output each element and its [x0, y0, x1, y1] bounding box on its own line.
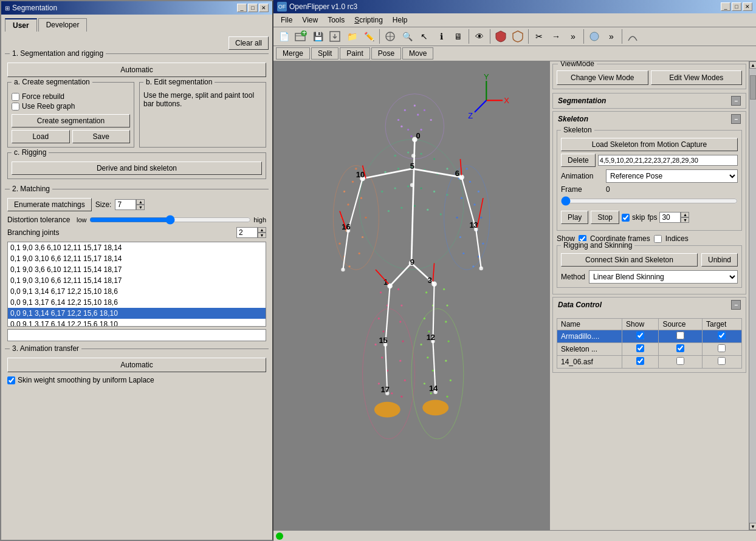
derive-skeleton-button[interactable]: Derive and bind skeleton	[12, 162, 262, 175]
play-button[interactable]: Play	[561, 211, 588, 224]
indices-checkbox[interactable]	[654, 235, 662, 243]
tab-paint[interactable]: Paint	[340, 47, 369, 60]
scroll-thumb[interactable]	[750, 75, 756, 100]
method-select[interactable]: Linear Blend Skinning	[589, 270, 738, 284]
size-down-button[interactable]: ▼	[136, 205, 145, 210]
menu-view[interactable]: View	[297, 15, 323, 26]
tool-sphere[interactable]	[586, 29, 602, 44]
table-row[interactable]: Skeleton ...	[557, 343, 742, 356]
size-input[interactable]	[115, 199, 136, 210]
branching-input[interactable]	[236, 227, 258, 238]
list-item[interactable]: 0,1 9,0 3,6 6,10 12,11 15,17 18,14	[8, 242, 266, 253]
skeleton-collapse-btn[interactable]: −	[731, 114, 741, 124]
tool-save[interactable]: 💾	[310, 29, 326, 44]
delete-input[interactable]	[598, 155, 738, 166]
tool-open-add[interactable]: +	[293, 29, 309, 44]
row-target[interactable]	[702, 330, 741, 343]
animation-select[interactable]: Reference Pose	[606, 169, 738, 183]
menu-scripting[interactable]: Scripting	[349, 15, 388, 26]
tool-folder[interactable]: 📁	[344, 29, 360, 44]
list-item[interactable]: 0,0 9,1 3,17 6,14 12,2 15,10 18,6	[8, 297, 266, 308]
tab-pose[interactable]: Pose	[371, 47, 401, 60]
row-target[interactable]	[702, 343, 741, 356]
list-item[interactable]: 0,1 9,0 3,6 6,10 12,11 15,14 18,17	[8, 264, 266, 275]
tool-eye[interactable]: 👁	[472, 29, 487, 44]
tool-search[interactable]: 🔍	[399, 29, 415, 44]
delete-button[interactable]: Delete	[561, 154, 596, 167]
row-source[interactable]	[659, 330, 703, 343]
row-show[interactable]	[622, 330, 659, 343]
smooth-checkbox[interactable]	[7, 376, 15, 384]
list-item[interactable]: 0,0 9,1 3,14 6,17 12,2 15,10 18,6	[8, 286, 266, 297]
distortion-slider[interactable]	[89, 215, 252, 225]
automatic-button[interactable]: Automatic	[7, 63, 266, 77]
frame-slider[interactable]	[561, 196, 738, 206]
scroll-track[interactable]	[749, 69, 756, 523]
tool-shield2[interactable]	[510, 29, 526, 44]
unbind-button[interactable]: Unbind	[701, 253, 738, 267]
close-button[interactable]: ✕	[259, 4, 269, 12]
data-control-collapse-btn[interactable]: −	[731, 300, 741, 310]
enumerate-button[interactable]: Enumerate matchings	[7, 198, 92, 211]
clear-all-button[interactable]: Clear all	[229, 36, 269, 50]
list-item[interactable]: 0,0 9,1 3,17 6,14 12,2 15,6 18,10	[8, 319, 266, 327]
use-reeb-checkbox[interactable]	[12, 103, 19, 111]
tool-path[interactable]	[625, 29, 641, 44]
load-skeleton-button[interactable]: Load Skeleton from Motion Capture	[561, 138, 738, 151]
tool-pencil[interactable]: ✏️	[361, 29, 377, 44]
tool-info[interactable]: ℹ	[433, 29, 449, 44]
row-target[interactable]	[702, 356, 741, 369]
tool-cursor[interactable]: ↖	[416, 29, 432, 44]
menu-tools[interactable]: Tools	[323, 15, 349, 26]
tool-new[interactable]: 📄	[276, 29, 292, 44]
fps-down-button[interactable]: ▼	[681, 217, 689, 223]
list-item[interactable]: 0,1 9,0 3,10 6,6 12,11 15,14 18,17	[8, 275, 266, 286]
matchings-list[interactable]: 0,1 9,0 3,6 6,10 12,11 15,17 18,14 0,1 9…	[7, 242, 266, 327]
stop-button[interactable]: Stop	[591, 211, 619, 224]
tool-scissors[interactable]: ✂	[531, 29, 547, 44]
anim-automatic-button[interactable]: Automatic	[7, 358, 266, 372]
app-maximize-button[interactable]: □	[732, 2, 741, 11]
create-segmentation-button[interactable]: Create segmentation	[12, 114, 130, 128]
menu-help[interactable]: Help	[388, 15, 413, 26]
segmentation-header[interactable]: Segmentation −	[553, 94, 746, 108]
skip-checkbox[interactable]	[622, 214, 630, 222]
tool-more1[interactable]: »	[565, 29, 581, 44]
load-button[interactable]: Load	[12, 130, 70, 143]
scroll-up-button[interactable]: ▲	[749, 61, 756, 69]
fps-input[interactable]	[659, 212, 681, 223]
tab-split[interactable]: Split	[311, 47, 338, 60]
tool-arrow[interactable]: →	[548, 29, 564, 44]
tab-user[interactable]: User	[5, 18, 37, 32]
data-control-header[interactable]: Data Control −	[553, 298, 746, 312]
tool-shield1[interactable]	[493, 29, 509, 44]
table-row[interactable]: Armadillo....	[557, 330, 742, 343]
tool-more2[interactable]: »	[603, 29, 619, 44]
row-show[interactable]	[622, 356, 659, 369]
branching-up-button[interactable]: ▲	[258, 227, 266, 233]
segmentation-collapse-btn[interactable]: −	[731, 96, 741, 106]
connect-skin-button[interactable]: Connect Skin and Skeleton	[561, 253, 698, 267]
tab-merge[interactable]: Merge	[276, 47, 310, 60]
size-up-button[interactable]: ▲	[136, 199, 145, 205]
maximize-button[interactable]: □	[248, 4, 258, 12]
force-rebuild-checkbox[interactable]	[12, 93, 19, 101]
change-view-mode-button[interactable]: Change View Mode	[557, 70, 648, 85]
tab-developer[interactable]: Developer	[38, 18, 88, 32]
row-source[interactable]	[659, 356, 703, 369]
fps-up-button[interactable]: ▲	[681, 212, 689, 217]
list-item[interactable]: 0,1 9,0 3,10 6,6 12,11 15,17 18,14	[8, 253, 266, 264]
sidebar-scrollbar[interactable]: ▲ ▼	[749, 61, 756, 530]
list-item-selected[interactable]: 0,0 9,1 3,14 6,17 12,2 15,6 18,10	[8, 308, 266, 319]
scroll-down-button[interactable]: ▼	[749, 523, 756, 530]
app-close-button[interactable]: ✕	[743, 2, 752, 11]
menu-file[interactable]: File	[276, 15, 297, 26]
row-source[interactable]	[659, 343, 703, 356]
skeleton-header[interactable]: Skeleton −	[553, 112, 746, 126]
save-button[interactable]: Save	[72, 130, 131, 143]
row-show[interactable]	[622, 343, 659, 356]
tab-move[interactable]: Move	[402, 47, 433, 60]
table-row[interactable]: 14_06.asf	[557, 356, 742, 369]
tool-monitor[interactable]: 🖥	[450, 29, 466, 44]
tool-transform[interactable]	[382, 29, 398, 44]
